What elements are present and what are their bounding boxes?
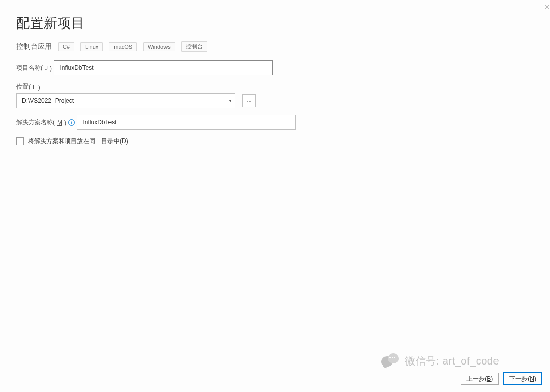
- project-name-label: 项目名称(J): [16, 64, 52, 72]
- chevron-down-icon[interactable]: ▾: [226, 94, 235, 108]
- tag-console: 控制台: [181, 41, 207, 52]
- tag-macos: macOS: [109, 42, 137, 51]
- tag-windows: Windows: [143, 42, 175, 51]
- back-button[interactable]: 上一步(B): [461, 373, 499, 385]
- solution-name-label: 解决方案名称(M) i: [16, 118, 75, 127]
- close-button[interactable]: [545, 2, 550, 11]
- maximize-button[interactable]: [525, 2, 545, 11]
- location-value: D:\VS2022_Project: [17, 97, 226, 104]
- solution-name-input[interactable]: [77, 115, 296, 130]
- subtitle-row: 控制台应用 C# Linux macOS Windows 控制台: [16, 41, 534, 52]
- watermark-text: 微信号: art_of_code: [405, 354, 499, 368]
- svg-rect-1: [533, 5, 537, 9]
- same-directory-label: 将解决方案和项目放在同一目录中(D): [28, 137, 128, 146]
- location-label: 位置(L): [16, 82, 40, 91]
- same-directory-row[interactable]: 将解决方案和项目放在同一目录中(D): [16, 137, 534, 146]
- same-directory-checkbox[interactable]: [16, 137, 24, 145]
- tag-linux: Linux: [80, 42, 103, 51]
- project-type-label: 控制台应用: [16, 42, 52, 51]
- project-name-group: 项目名称(J): [16, 60, 534, 75]
- solution-name-group: 解决方案名称(M) i: [16, 115, 534, 130]
- wechat-icon: [381, 353, 400, 369]
- location-group: 位置(L) D:\VS2022_Project ▾ ...: [16, 81, 534, 108]
- window-controls: [504, 2, 550, 11]
- next-button[interactable]: 下一步(N): [504, 373, 542, 385]
- minimize-button[interactable]: [504, 2, 525, 11]
- location-combobox[interactable]: D:\VS2022_Project ▾: [16, 93, 235, 108]
- tag-csharp: C#: [58, 42, 74, 51]
- info-icon[interactable]: i: [68, 119, 75, 126]
- footer-buttons: 上一步(B) 下一步(N): [461, 373, 542, 385]
- project-name-input[interactable]: [54, 60, 273, 75]
- page-title: 配置新项目: [16, 14, 534, 32]
- browse-button[interactable]: ...: [242, 94, 256, 107]
- watermark: 微信号: art_of_code: [381, 353, 499, 369]
